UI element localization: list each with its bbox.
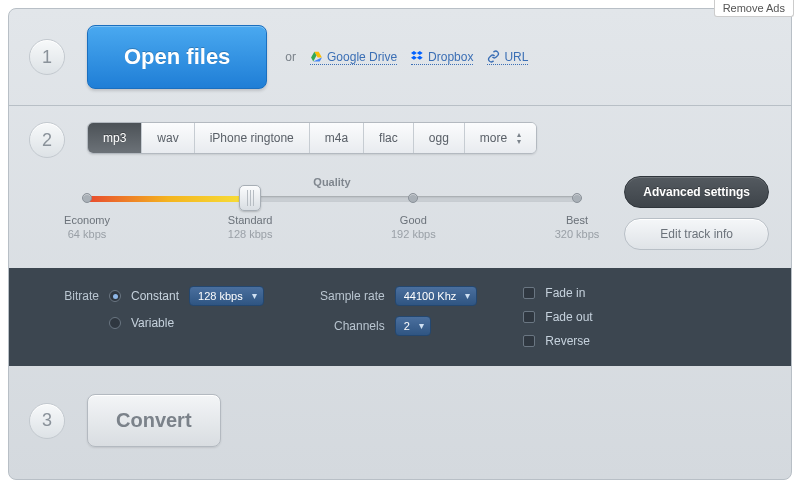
step-3-section: 3 Convert xyxy=(9,366,791,479)
fade-in-checkbox[interactable] xyxy=(523,287,535,299)
quality-slider-fill xyxy=(87,196,250,202)
bitrate-select[interactable]: 128 kbps xyxy=(189,286,264,306)
advanced-panel: Bitrate Constant 128 kbps Variable Sampl… xyxy=(9,268,791,366)
quality-slider-handle[interactable] xyxy=(239,185,261,211)
dropbox-label: Dropbox xyxy=(428,50,473,64)
quality-tick-economy[interactable] xyxy=(82,193,92,203)
reverse-checkbox[interactable] xyxy=(523,335,535,347)
step-3-badge: 3 xyxy=(29,403,65,439)
format-tab-iphone[interactable]: iPhone ringtone xyxy=(195,123,310,153)
sample-rate-select[interactable]: 44100 Khz xyxy=(395,286,478,306)
bitrate-label: Bitrate xyxy=(59,289,99,303)
format-tab-ogg[interactable]: ogg xyxy=(414,123,465,153)
url-link[interactable]: URL xyxy=(487,50,528,65)
step-1-badge: 1 xyxy=(29,39,65,75)
format-tab-wav[interactable]: wav xyxy=(142,123,194,153)
reverse-label: Reverse xyxy=(545,334,590,348)
quality-stop-best: Best xyxy=(542,214,612,226)
more-stepper-icon: ▴▾ xyxy=(517,131,521,145)
bitrate-variable-label: Variable xyxy=(131,316,174,330)
edit-track-info-button[interactable]: Edit track info xyxy=(624,218,769,250)
channels-select[interactable]: 2 xyxy=(395,316,431,336)
format-tab-more[interactable]: more ▴▾ xyxy=(465,123,536,153)
url-label: URL xyxy=(504,50,528,64)
open-files-button[interactable]: Open files xyxy=(87,25,267,89)
quality-rate-best: 320 kbps xyxy=(542,228,612,240)
convert-button[interactable]: Convert xyxy=(87,394,221,447)
bitrate-constant-radio[interactable] xyxy=(109,290,121,302)
step-1-section: 1 Open files or Google Drive Dropbox URL xyxy=(9,9,791,106)
more-label: more xyxy=(480,131,507,145)
format-tabs: mp3 wav iPhone ringtone m4a flac ogg mor… xyxy=(87,122,537,154)
quality-rate-good: 192 kbps xyxy=(378,228,448,240)
format-tab-m4a[interactable]: m4a xyxy=(310,123,364,153)
channels-label: Channels xyxy=(310,319,385,333)
quality-stop-economy: Economy xyxy=(52,214,122,226)
quality-stop-standard: Standard xyxy=(215,214,285,226)
or-label: or xyxy=(285,50,296,64)
google-drive-label: Google Drive xyxy=(327,50,397,64)
advanced-settings-button[interactable]: Advanced settings xyxy=(624,176,769,208)
fade-out-label: Fade out xyxy=(545,310,592,324)
quality-stop-good: Good xyxy=(378,214,448,226)
format-tab-mp3[interactable]: mp3 xyxy=(88,123,142,153)
quality-slider[interactable] xyxy=(87,196,577,202)
converter-panel: 1 Open files or Google Drive Dropbox URL… xyxy=(8,8,792,480)
google-drive-icon xyxy=(310,50,323,63)
dropbox-link[interactable]: Dropbox xyxy=(411,50,473,65)
bitrate-variable-radio[interactable] xyxy=(109,317,121,329)
quality-tick-good[interactable] xyxy=(408,193,418,203)
dropbox-icon xyxy=(411,50,424,63)
quality-label: Quality xyxy=(87,176,577,188)
bitrate-constant-label: Constant xyxy=(131,289,179,303)
quality-tick-best[interactable] xyxy=(572,193,582,203)
step-2-badge: 2 xyxy=(29,122,65,158)
quality-rate-economy: 64 kbps xyxy=(52,228,122,240)
fade-in-label: Fade in xyxy=(545,286,585,300)
quality-slider-area: Quality Economy64 kbps Standard128 kbps … xyxy=(87,176,577,244)
link-icon xyxy=(487,50,500,63)
format-tab-flac[interactable]: flac xyxy=(364,123,414,153)
google-drive-link[interactable]: Google Drive xyxy=(310,50,397,65)
fade-out-checkbox[interactable] xyxy=(523,311,535,323)
step-2-section: 2 mp3 wav iPhone ringtone m4a flac ogg m… xyxy=(9,106,791,366)
sample-rate-label: Sample rate xyxy=(310,289,385,303)
quality-rate-standard: 128 kbps xyxy=(215,228,285,240)
